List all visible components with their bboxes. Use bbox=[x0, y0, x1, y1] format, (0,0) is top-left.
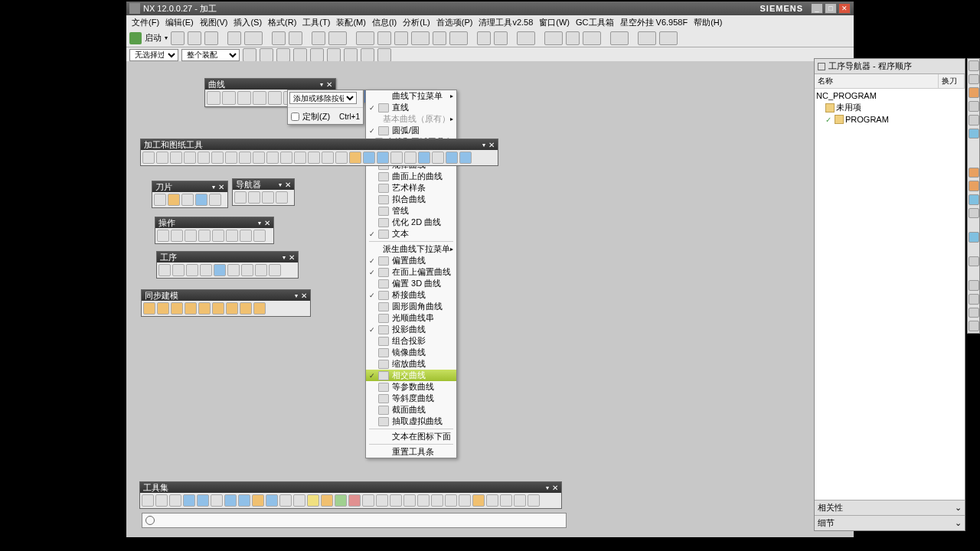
nav-btn-4[interactable] bbox=[276, 191, 288, 204]
tool-k[interactable] bbox=[477, 31, 491, 45]
mach-btn-16[interactable] bbox=[349, 152, 361, 164]
proc-btn-5[interactable] bbox=[214, 264, 226, 276]
toolset-close-icon[interactable]: ✕ bbox=[552, 484, 558, 492]
menu-item-19[interactable]: 光顺曲线串 bbox=[366, 312, 456, 324]
redo-button[interactable] bbox=[244, 31, 263, 45]
menu-item-26[interactable]: 等斜度曲线 bbox=[366, 393, 456, 404]
menu-item-7[interactable]: 曲面上的曲线 bbox=[366, 171, 456, 182]
mach-btn-2[interactable] bbox=[156, 152, 168, 164]
tool-e[interactable] bbox=[356, 31, 374, 45]
menu-item-12[interactable]: ✓文本 bbox=[366, 228, 456, 240]
rtool-9[interactable] bbox=[969, 194, 979, 205]
assembly-scope-combo[interactable]: 整个装配 bbox=[181, 49, 240, 61]
menu-item-21[interactable]: 组合投影 bbox=[366, 335, 456, 347]
tool-a[interactable] bbox=[272, 31, 286, 45]
start-label[interactable]: 启动 bbox=[145, 32, 162, 44]
graphics-canvas[interactable]: 曲线▾✕ 添加或移除按钮 定制(Z) Ctrl+1 bbox=[126, 61, 854, 537]
tree-root[interactable]: NC_PROGRAM bbox=[816, 90, 963, 101]
menu-text-below-icon[interactable]: 文本在图标下面 bbox=[366, 431, 456, 442]
rtool-16[interactable] bbox=[969, 321, 979, 331]
tool-d[interactable] bbox=[328, 31, 347, 45]
proc-btn-2[interactable] bbox=[172, 264, 185, 276]
mach-btn-3[interactable] bbox=[170, 152, 182, 164]
menu-insert[interactable]: 插入(S) bbox=[231, 16, 264, 29]
sync-btn-9[interactable] bbox=[253, 302, 266, 315]
rtool-11[interactable] bbox=[969, 232, 979, 243]
ts-3[interactable] bbox=[169, 494, 181, 507]
menu-starsky[interactable]: 星空外挂 V6.958F bbox=[618, 16, 691, 29]
rtool-1[interactable] bbox=[969, 60, 979, 71]
minimize-button[interactable]: _ bbox=[811, 3, 823, 14]
mach-btn-21[interactable] bbox=[418, 152, 430, 164]
menu-reset-toolbar[interactable]: 重置工具条 bbox=[366, 446, 456, 458]
menu-item-15[interactable]: ✓在面上偏置曲线 bbox=[366, 266, 456, 278]
menu-item-23[interactable]: 缩放曲线 bbox=[366, 358, 456, 370]
selection-filter-combo[interactable]: 无选择过滤器 bbox=[129, 49, 178, 61]
curve-btn-arc[interactable] bbox=[222, 91, 236, 105]
tool-i[interactable] bbox=[433, 31, 446, 45]
menu-edit[interactable]: 编辑(E) bbox=[163, 16, 196, 29]
mach-btn-14[interactable] bbox=[322, 152, 334, 164]
tool-b[interactable] bbox=[289, 31, 302, 45]
rtool-5[interactable] bbox=[969, 115, 979, 126]
proc-btn-7[interactable] bbox=[241, 264, 253, 276]
ts-6[interactable] bbox=[211, 494, 223, 507]
operation-close-icon[interactable]: ✕ bbox=[264, 219, 270, 227]
ts-13[interactable] bbox=[307, 494, 319, 507]
mach-btn-5[interactable] bbox=[198, 152, 210, 164]
menu-item-28[interactable]: 抽取虚拟曲线 bbox=[366, 416, 456, 427]
ts-4[interactable] bbox=[183, 494, 195, 507]
menu-item-0[interactable]: 曲线下拉菜单▸ bbox=[366, 90, 456, 102]
blade-btn-4[interactable] bbox=[195, 194, 207, 206]
new-button[interactable] bbox=[171, 31, 185, 45]
save-button[interactable] bbox=[204, 31, 218, 45]
mach-btn-23[interactable] bbox=[446, 152, 458, 164]
nav-btn-2[interactable] bbox=[248, 191, 260, 204]
proc-btn-3[interactable] bbox=[186, 264, 198, 276]
ts-1[interactable] bbox=[142, 494, 154, 507]
menu-preferences[interactable]: 首选项(P) bbox=[434, 16, 475, 29]
mach-btn-22[interactable] bbox=[432, 152, 444, 164]
curve-btn-c[interactable] bbox=[237, 91, 251, 105]
op-btn-1[interactable] bbox=[157, 230, 169, 242]
mach-btn-4[interactable] bbox=[184, 152, 196, 164]
close-button[interactable]: ✕ bbox=[838, 3, 851, 14]
ts-8[interactable] bbox=[238, 494, 250, 507]
mach-btn-19[interactable] bbox=[390, 152, 403, 164]
mach-btn-10[interactable] bbox=[266, 152, 279, 164]
op-btn-5[interactable] bbox=[212, 230, 224, 242]
rtool-13[interactable] bbox=[969, 280, 979, 291]
sync-btn-4[interactable] bbox=[185, 302, 197, 315]
tool-o[interactable] bbox=[566, 31, 580, 45]
open-button[interactable] bbox=[188, 31, 201, 45]
customize-checkbox[interactable] bbox=[291, 112, 299, 121]
blade-btn-5[interactable] bbox=[209, 194, 221, 206]
proc-btn-1[interactable] bbox=[158, 264, 171, 276]
menu-item-2[interactable]: 基本曲线（原有）▸ bbox=[366, 113, 456, 125]
nav-close-icon[interactable]: ✕ bbox=[285, 181, 291, 189]
ts-12[interactable] bbox=[293, 494, 305, 507]
filter-e[interactable] bbox=[310, 48, 324, 62]
menu-item-25[interactable]: 等参数曲线 bbox=[366, 381, 456, 393]
ts-7[interactable] bbox=[224, 494, 237, 507]
sync-btn-1[interactable] bbox=[143, 302, 155, 315]
ts-26[interactable] bbox=[486, 494, 498, 507]
op-btn-3[interactable] bbox=[185, 230, 197, 242]
menu-item-13[interactable]: 派生曲线下拉菜单▸ bbox=[366, 243, 456, 255]
toolset-toolbar[interactable]: 工具集▾✕ bbox=[139, 481, 562, 509]
op-btn-4[interactable] bbox=[198, 230, 211, 242]
op-btn-8[interactable] bbox=[253, 230, 266, 242]
rtool-6[interactable] bbox=[969, 129, 979, 139]
filter-d[interactable] bbox=[293, 48, 307, 62]
tool-j[interactable] bbox=[449, 31, 468, 45]
mach-btn-6[interactable] bbox=[211, 152, 224, 164]
menu-help[interactable]: 帮助(H) bbox=[691, 16, 724, 29]
mach-btn-8[interactable] bbox=[239, 152, 251, 164]
op-btn-6[interactable] bbox=[226, 230, 238, 242]
blade-btn-1[interactable] bbox=[154, 194, 166, 206]
tool-m[interactable] bbox=[517, 31, 535, 45]
nav-btn-3[interactable] bbox=[262, 191, 274, 204]
ts-9[interactable] bbox=[252, 494, 264, 507]
tool-p[interactable] bbox=[583, 31, 601, 45]
menu-item-17[interactable]: ✓桥接曲线 bbox=[366, 289, 456, 301]
